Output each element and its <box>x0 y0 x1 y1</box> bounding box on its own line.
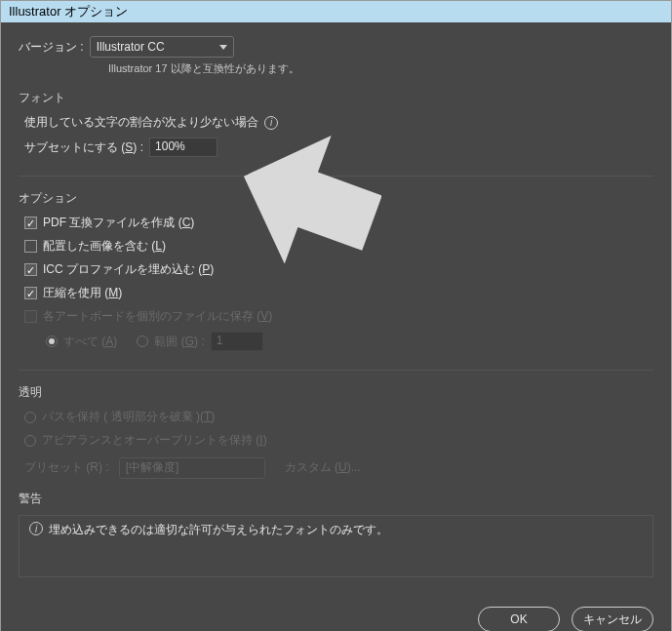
opt-pdf: PDF 互換ファイルを作成 (C) <box>24 215 653 231</box>
subset-description: 使用している文字の割合が次より少ない場合 i <box>24 114 653 131</box>
version-hint: Illustrator 17 以降と互換性があります。 <box>108 61 653 76</box>
dialog-body: バージョン : Illustrator CC Illustrator 17 以降… <box>1 22 671 595</box>
preset-select: [中解像度] <box>119 457 265 479</box>
opt-range-row: すべて (A) 範囲 (G) : 1 <box>24 332 653 351</box>
appearance-radio <box>24 435 36 447</box>
preset-label: プリセット (R) : <box>24 459 109 476</box>
opt-artboards: 各アートボードを個別のファイルに保存 (V) <box>24 308 653 325</box>
trans-appearance: アピアランスとオーバープリントを保持 (I) <box>24 432 653 449</box>
version-select-value: Illustrator CC <box>97 40 165 54</box>
options-group: オプション PDF 互換ファイルを作成 (C) 配置した画像を含む (L) IC… <box>19 190 653 371</box>
warning-title: 警告 <box>19 491 653 507</box>
range-all-radio <box>46 335 58 347</box>
options-group-title: オプション <box>19 190 653 207</box>
illustrator-options-dialog: Illustrator オプション バージョン : Illustrator CC… <box>0 0 672 631</box>
subset-input[interactable]: 100% <box>149 138 217 157</box>
transparency-group: 透明 パスを保持 ( 透明部分を破棄 )(T) アピアランスとオーバープリントを… <box>19 384 653 491</box>
info-icon: i <box>29 522 43 535</box>
pdf-checkbox[interactable] <box>24 217 37 229</box>
font-group: フォント 使用している文字の割合が次より少ない場合 i サブセットにする (S)… <box>19 90 653 177</box>
opt-link: 配置した画像を含む (L) <box>24 238 653 255</box>
font-group-title: フォント <box>19 90 653 106</box>
warning-text: 埋め込みできるのは適切な許可が与えられたフォントのみです。 <box>49 522 388 538</box>
compress-checkbox[interactable] <box>24 287 37 299</box>
subset-row: サブセットにする (S) : 100% <box>24 138 653 157</box>
opt-icc: ICC プロファイルを埋め込む (P) <box>24 261 653 278</box>
custom-button: カスタム (U)... <box>275 456 371 479</box>
chevron-down-icon <box>219 45 227 50</box>
artboards-checkbox <box>24 310 37 323</box>
info-icon[interactable]: i <box>264 116 278 130</box>
trans-preserve: パスを保持 ( 透明部分を破棄 )(T) <box>24 409 653 425</box>
range-range-radio <box>137 335 148 347</box>
ok-button[interactable]: OK <box>478 607 560 631</box>
preserve-radio <box>24 412 36 423</box>
version-label: バージョン : <box>19 39 84 56</box>
warning-box: i 埋め込みできるのは適切な許可が与えられたフォントのみです。 <box>19 515 653 577</box>
cancel-button[interactable]: キャンセル <box>572 607 653 631</box>
link-checkbox[interactable] <box>24 240 37 253</box>
version-select[interactable]: Illustrator CC <box>90 36 234 58</box>
titlebar: Illustrator オプション <box>1 1 671 22</box>
icc-checkbox[interactable] <box>24 263 37 276</box>
warning-section: 警告 i 埋め込みできるのは適切な許可が与えられたフォントのみです。 <box>19 491 653 577</box>
title-text: Illustrator オプション <box>9 4 128 19</box>
footer: OK キャンセル <box>1 595 671 631</box>
version-row: バージョン : Illustrator CC <box>19 36 653 58</box>
transparency-group-title: 透明 <box>19 384 653 401</box>
preset-row: プリセット (R) : [中解像度] カスタム (U)... <box>24 456 653 479</box>
range-input: 1 <box>211 332 263 351</box>
opt-compress: 圧縮を使用 (M) <box>24 285 653 301</box>
